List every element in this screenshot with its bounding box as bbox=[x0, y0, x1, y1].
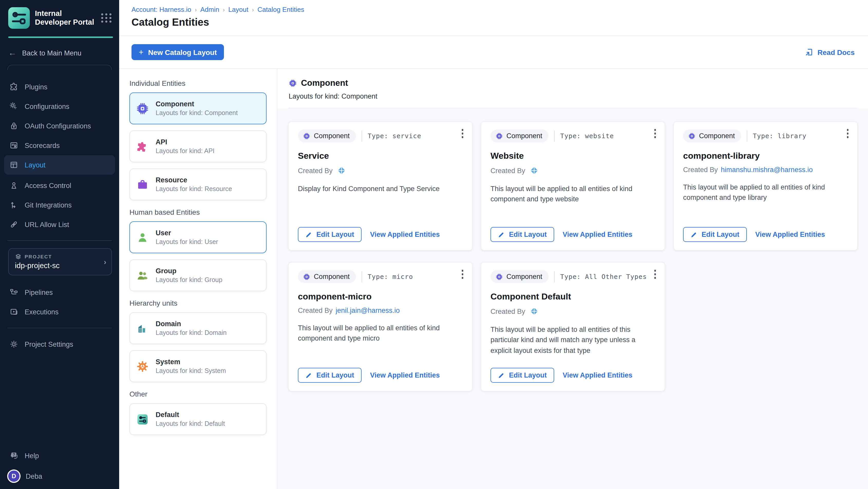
sidebar-item-access-control[interactable]: Access Control bbox=[0, 176, 119, 195]
help-button[interactable]: ? Help bbox=[0, 446, 119, 465]
card-menu-kebab-icon[interactable] bbox=[653, 269, 657, 280]
entity-kind-item-default[interactable]: DefaultLayouts for kind: Default bbox=[129, 403, 267, 435]
scorecards-icon bbox=[9, 141, 19, 150]
breadcrumb-link[interactable]: Layout bbox=[228, 6, 248, 13]
sidebar-item-git-integrations[interactable]: Git Integrations bbox=[0, 195, 119, 215]
back-label: Back to Main Menu bbox=[22, 49, 82, 57]
sidebar-item-project-settings[interactable]: Project Settings bbox=[0, 334, 119, 354]
card-type-value: micro bbox=[393, 273, 413, 280]
card-type-label: Type: bbox=[560, 273, 581, 280]
kind-badge: Component bbox=[491, 270, 549, 283]
entity-kind-panel: Individual EntitiesComponentLayouts for … bbox=[119, 69, 277, 489]
entity-group-label: Human based Entities bbox=[129, 208, 267, 216]
harness-icon bbox=[337, 166, 346, 175]
sidebar-item-label: Access Control bbox=[25, 182, 71, 189]
edit-layout-button[interactable]: Edit Layout bbox=[683, 227, 747, 242]
entity-kind-item-api[interactable]: APILayouts for kind: API bbox=[129, 130, 267, 162]
project-eyebrow-label: PROJECT bbox=[25, 254, 52, 259]
card-menu-kebab-icon[interactable] bbox=[653, 128, 657, 139]
layout-card-description: Display for Kind Component and Type Serv… bbox=[298, 184, 463, 194]
sidebar-item-scorecards[interactable]: Scorecards bbox=[0, 135, 119, 155]
entity-kind-text: UserLayouts for kind: User bbox=[156, 229, 218, 246]
user-menu[interactable]: D Deba bbox=[0, 465, 119, 483]
edit-layout-label: Edit Layout bbox=[316, 371, 354, 379]
entity-kind-name: API bbox=[156, 138, 214, 146]
badge-type-divider bbox=[362, 271, 362, 282]
edit-layout-button[interactable]: Edit Layout bbox=[491, 368, 554, 383]
entity-kind-name: Domain bbox=[156, 320, 227, 328]
kind-detail-area: Component Layouts for kind: Component Co… bbox=[277, 69, 868, 489]
back-to-main-menu[interactable]: ← Back to Main Menu bbox=[0, 48, 119, 58]
app-grid-icon[interactable] bbox=[101, 13, 112, 23]
pipelines-icon bbox=[9, 288, 19, 297]
sidebar-item-url-allow-list[interactable]: URL Allow List bbox=[0, 215, 119, 234]
sidebar-divider-2 bbox=[7, 328, 112, 328]
read-docs-link[interactable]: Read Docs bbox=[805, 48, 855, 57]
card-footer: Edit LayoutView Applied Entities bbox=[298, 361, 463, 383]
sidebar-item-oauth-configurations[interactable]: OAuth Configurations bbox=[0, 116, 119, 135]
breadcrumb-separator-icon: › bbox=[195, 6, 197, 12]
app-title: Internal Developer Portal bbox=[35, 9, 96, 27]
created-by-user-link[interactable]: himanshu.mishra@harness.io bbox=[721, 166, 813, 174]
card-type-value: All Other Types bbox=[585, 273, 647, 280]
created-by-row: Created Byjenil.jain@harness.io bbox=[298, 307, 463, 314]
layout-card-title: component-library bbox=[683, 151, 848, 161]
entity-kind-item-domain[interactable]: DomainLayouts for kind: Domain bbox=[129, 312, 267, 344]
harness-icon bbox=[529, 166, 538, 175]
view-applied-entities-link[interactable]: View Applied Entities bbox=[370, 231, 440, 238]
entity-kind-subtitle: Layouts for kind: Default bbox=[156, 420, 225, 427]
entity-kind-name: Default bbox=[156, 411, 225, 419]
created-by-user-link[interactable]: jenil.jain@harness.io bbox=[336, 307, 400, 314]
sidebar-item-label: Plugins bbox=[25, 83, 48, 91]
sidebar-item-plugins[interactable]: Plugins bbox=[0, 77, 119, 97]
project-selector[interactable]: PROJECT idp-project-sc › bbox=[8, 248, 112, 275]
card-type: Type: library bbox=[753, 132, 807, 140]
sidebar-curved-divider bbox=[7, 65, 112, 70]
entity-kind-item-user[interactable]: UserLayouts for kind: User bbox=[129, 221, 267, 253]
entity-kind-item-group[interactable]: GroupLayouts for kind: Group bbox=[129, 259, 267, 291]
entity-kind-item-resource[interactable]: ResourceLayouts for kind: Resource bbox=[129, 169, 267, 200]
kind-badge-label: Component bbox=[506, 132, 542, 140]
svg-text:?: ? bbox=[12, 453, 15, 457]
git-integrations-icon bbox=[9, 200, 19, 210]
sidebar-nav-settings: Project Settings bbox=[0, 334, 119, 354]
view-applied-entities-link[interactable]: View Applied Entities bbox=[755, 231, 825, 238]
entity-kind-item-component[interactable]: ComponentLayouts for kind: Component bbox=[129, 92, 267, 124]
sidebar-item-pipelines[interactable]: Pipelines bbox=[0, 282, 119, 302]
card-menu-kebab-icon[interactable] bbox=[846, 128, 849, 139]
sidebar-item-executions[interactable]: Executions bbox=[0, 302, 119, 322]
view-applied-entities-link[interactable]: View Applied Entities bbox=[563, 371, 632, 379]
entity-kind-name: Component bbox=[156, 100, 238, 108]
edit-layout-button[interactable]: Edit Layout bbox=[298, 368, 361, 383]
breadcrumb-link[interactable]: Catalog Entities bbox=[257, 6, 304, 13]
project-settings-icon bbox=[9, 339, 19, 349]
edit-layout-button[interactable]: Edit Layout bbox=[491, 227, 554, 242]
sidebar-item-configurations[interactable]: Configurations bbox=[0, 97, 119, 116]
sidebar-nav-admin: PluginsConfigurationsOAuth Configuration… bbox=[0, 77, 119, 175]
pencil-icon bbox=[498, 231, 505, 238]
kind-badge: Component bbox=[298, 129, 356, 142]
entity-kind-name: Group bbox=[156, 267, 222, 275]
card-menu-kebab-icon[interactable] bbox=[460, 128, 464, 139]
sidebar-item-layout[interactable]: Layout bbox=[4, 155, 115, 175]
back-arrow-icon: ← bbox=[8, 48, 17, 58]
view-applied-entities-link[interactable]: View Applied Entities bbox=[563, 231, 632, 238]
breadcrumb-link[interactable]: Admin bbox=[200, 6, 219, 13]
entity-kind-subtitle: Layouts for kind: User bbox=[156, 238, 218, 246]
edit-layout-button[interactable]: Edit Layout bbox=[298, 227, 361, 242]
layout-card-description: This layout will be applied to all entit… bbox=[298, 323, 463, 344]
layout-card-description: This layout will be applied to all entit… bbox=[683, 182, 848, 203]
new-catalog-layout-button[interactable]: + New Catalog Layout bbox=[131, 44, 224, 60]
entity-kind-item-system[interactable]: SystemLayouts for kind: System bbox=[129, 350, 267, 382]
domain-icon bbox=[136, 322, 149, 335]
layout-card: ComponentType: microcomponent-microCreat… bbox=[289, 263, 472, 391]
pencil-icon bbox=[305, 372, 312, 379]
card-footer: Edit LayoutView Applied Entities bbox=[491, 220, 655, 242]
breadcrumb-link[interactable]: Account: Harness.io bbox=[131, 6, 191, 13]
card-menu-kebab-icon[interactable] bbox=[460, 269, 464, 280]
sidebar: Internal Developer Portal ← Back to Main… bbox=[0, 0, 119, 489]
badge-type-divider bbox=[747, 130, 747, 142]
card-type-label: Type: bbox=[753, 132, 774, 140]
view-applied-entities-link[interactable]: View Applied Entities bbox=[370, 371, 440, 379]
executions-icon bbox=[9, 307, 19, 316]
